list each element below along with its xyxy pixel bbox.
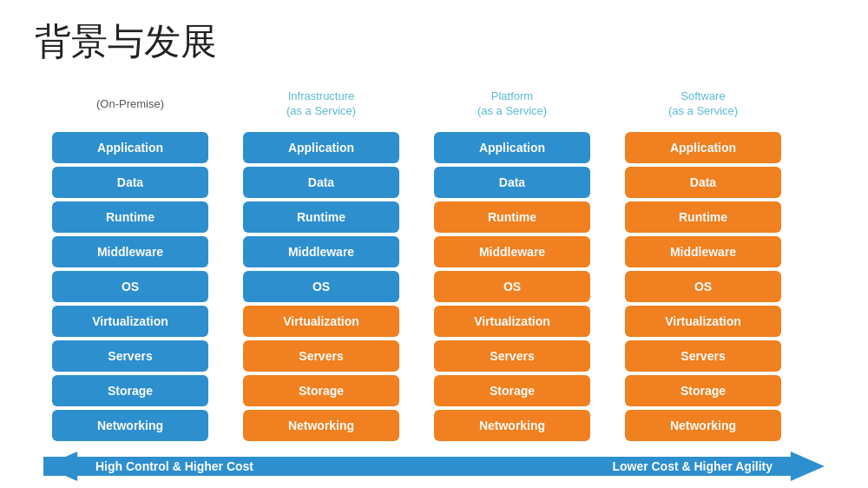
box-saas-2: Runtime bbox=[625, 201, 781, 233]
box-saas-8: Networking bbox=[625, 410, 781, 441]
box-on-premise-5: Virtualization bbox=[52, 306, 208, 337]
box-on-premise-4: OS bbox=[52, 271, 208, 302]
box-on-premise-6: Servers bbox=[52, 340, 208, 372]
box-on-premise-3: Middleware bbox=[52, 236, 208, 267]
column-header-line1-on-premise: (On-Premise) bbox=[96, 97, 164, 112]
box-iaas-0: Application bbox=[243, 132, 399, 163]
box-paas-1: Data bbox=[434, 167, 590, 198]
box-iaas-1: Data bbox=[243, 167, 399, 198]
column-header-paas: Platform(as a Service) bbox=[477, 82, 547, 127]
box-saas-4: OS bbox=[625, 271, 781, 302]
column-header-line1-saas: Software bbox=[681, 89, 725, 104]
page-title: 背景与发展 bbox=[35, 17, 833, 66]
box-paas-4: OS bbox=[434, 271, 590, 302]
columns-wrapper: (On-Premise)ApplicationDataRuntimeMiddle… bbox=[35, 82, 833, 441]
box-saas-3: Middleware bbox=[625, 236, 781, 267]
box-iaas-8: Networking bbox=[243, 410, 399, 441]
box-saas-7: Storage bbox=[625, 375, 781, 406]
arrow-container: High Control & Higher Cost Lower Cost & … bbox=[43, 450, 825, 483]
box-paas-8: Networking bbox=[434, 410, 590, 441]
box-saas-1: Data bbox=[625, 167, 781, 198]
column-header-line2-saas: (as a Service) bbox=[668, 104, 738, 119]
column-on-premise: (On-Premise)ApplicationDataRuntimeMiddle… bbox=[35, 82, 226, 441]
column-saas: Software(as a Service)ApplicationDataRun… bbox=[608, 82, 799, 441]
arrow-section: High Control & Higher Cost Lower Cost & … bbox=[35, 450, 833, 483]
box-on-premise-2: Runtime bbox=[52, 201, 208, 233]
box-paas-6: Servers bbox=[434, 340, 590, 372]
box-saas-5: Virtualization bbox=[625, 306, 781, 337]
box-on-premise-7: Storage bbox=[52, 375, 208, 406]
box-on-premise-1: Data bbox=[52, 167, 208, 198]
box-iaas-5: Virtualization bbox=[243, 306, 399, 337]
column-iaas: Infrastructure(as a Service)ApplicationD… bbox=[226, 82, 417, 441]
column-paas: Platform(as a Service)ApplicationDataRun… bbox=[417, 82, 608, 441]
boxes-iaas: ApplicationDataRuntimeMiddlewareOSVirtua… bbox=[243, 132, 399, 441]
column-header-line2-paas: (as a Service) bbox=[477, 104, 547, 119]
box-on-premise-8: Networking bbox=[52, 410, 208, 441]
column-header-line1-paas: Platform bbox=[491, 89, 533, 104]
box-saas-0: Application bbox=[625, 132, 781, 163]
box-paas-0: Application bbox=[434, 132, 590, 163]
column-header-on-premise: (On-Premise) bbox=[96, 82, 164, 127]
box-paas-5: Virtualization bbox=[434, 306, 590, 337]
box-saas-6: Servers bbox=[625, 340, 781, 372]
box-iaas-4: OS bbox=[243, 271, 399, 302]
box-paas-7: Storage bbox=[434, 375, 590, 406]
page: 背景与发展 (On-Premise)ApplicationDataRuntime… bbox=[0, 0, 868, 488]
arrow-left-label: High Control & Higher Cost bbox=[95, 459, 253, 473]
column-header-line2-iaas: (as a Service) bbox=[286, 104, 356, 119]
box-iaas-3: Middleware bbox=[243, 236, 399, 267]
box-paas-3: Middleware bbox=[434, 236, 590, 267]
box-iaas-7: Storage bbox=[243, 375, 399, 406]
box-on-premise-0: Application bbox=[52, 132, 208, 163]
column-header-iaas: Infrastructure(as a Service) bbox=[286, 82, 356, 127]
boxes-saas: ApplicationDataRuntimeMiddlewareOSVirtua… bbox=[625, 132, 781, 441]
arrow-right-label: Lower Cost & Higher Agility bbox=[612, 459, 773, 473]
box-iaas-2: Runtime bbox=[243, 201, 399, 233]
boxes-on-premise: ApplicationDataRuntimeMiddlewareOSVirtua… bbox=[52, 132, 208, 441]
box-iaas-6: Servers bbox=[243, 340, 399, 372]
column-header-line1-iaas: Infrastructure bbox=[288, 89, 355, 104]
boxes-paas: ApplicationDataRuntimeMiddlewareOSVirtua… bbox=[434, 132, 590, 441]
box-paas-2: Runtime bbox=[434, 201, 590, 233]
column-header-saas: Software(as a Service) bbox=[668, 82, 738, 127]
